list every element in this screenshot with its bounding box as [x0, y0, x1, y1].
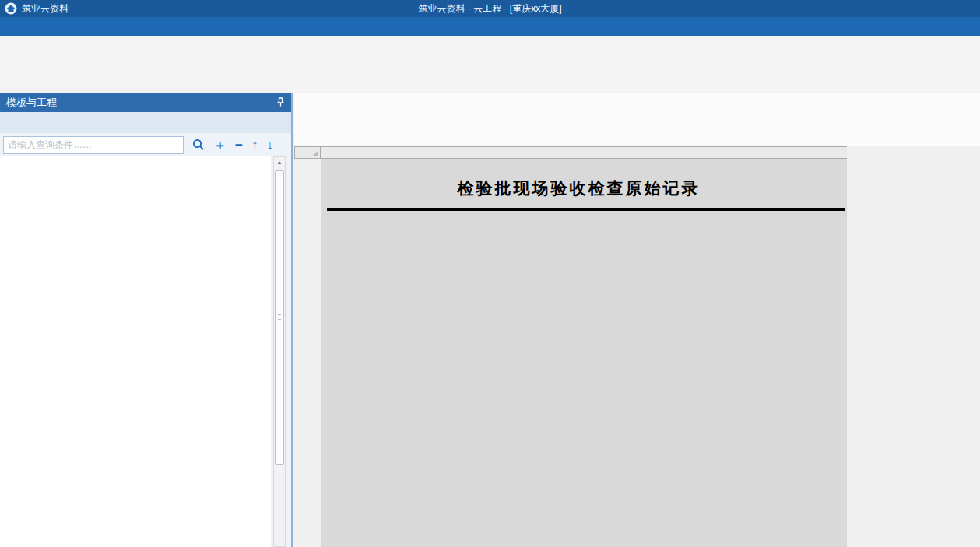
row-headers	[294, 159, 321, 547]
format-toolbar	[294, 93, 980, 146]
scrollbar-up-arrow[interactable]: ▲	[274, 157, 285, 168]
tree-scrollbar[interactable]: ▲	[273, 156, 286, 547]
main-toolbar	[0, 36, 980, 93]
document-pane: 检验批现场验收检查原始记录	[294, 93, 980, 547]
spreadsheet-area: 检验批现场验收检查原始记录	[294, 146, 980, 547]
app-logo-icon	[5, 2, 17, 15]
tree-search-row: ＋ − ↑ ↓	[0, 133, 291, 156]
app-window: 筑业云资料 筑业云资料 - 云工程 - [重庆xx大厦] 模板与工程 ＋ − ↑…	[0, 0, 980, 547]
grid-select-all-corner[interactable]	[294, 146, 321, 159]
pin-icon[interactable]	[276, 97, 285, 109]
sidebar-title: 模板与工程	[6, 96, 57, 110]
window-title: 筑业云资料 - 云工程 - [重庆xx大厦]	[0, 2, 980, 16]
search-icon[interactable]	[192, 139, 205, 151]
titlebar: 筑业云资料 筑业云资料 - 云工程 - [重庆xx大厦]	[0, 0, 980, 17]
sidebar-tabs	[0, 112, 291, 133]
move-down-icon[interactable]: ↓	[266, 139, 273, 152]
template-tree	[0, 156, 271, 547]
document-title: 检验批现场验收检查原始记录	[321, 177, 837, 199]
app-name: 筑业云资料	[22, 2, 68, 16]
record-table	[327, 208, 845, 211]
menubar	[0, 17, 980, 36]
move-up-icon[interactable]: ↑	[251, 139, 258, 152]
collapse-node-icon[interactable]: −	[235, 139, 243, 152]
expand-node-icon[interactable]: ＋	[213, 139, 227, 152]
column-headers	[321, 146, 847, 159]
worksheet[interactable]: 检验批现场验收检查原始记录	[321, 159, 847, 547]
scrollbar-thumb[interactable]	[275, 170, 284, 465]
search-input[interactable]	[3, 136, 184, 154]
sidebar-header: 模板与工程	[0, 93, 291, 112]
sidebar-panel: 模板与工程 ＋ − ↑ ↓ ▲	[0, 93, 293, 547]
